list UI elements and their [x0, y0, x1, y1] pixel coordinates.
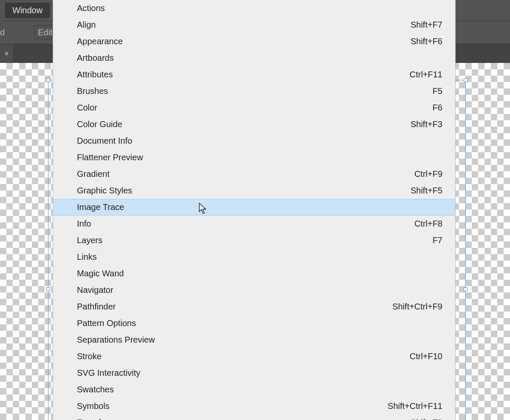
menu-item-links[interactable]: Links	[53, 249, 455, 265]
menu-item-shortcut: F7	[433, 236, 442, 245]
menu-item-label: Image Trace	[77, 202, 124, 212]
menu-item-stroke[interactable]: StrokeCtrl+F10	[53, 348, 455, 365]
menu-item-label: Swatches	[77, 385, 114, 394]
menu-item-gradient[interactable]: GradientCtrl+F9	[53, 166, 455, 182]
menu-item-shortcut: Shift+F6	[411, 37, 442, 46]
menu-item-image-trace[interactable]: Image Trace	[53, 199, 455, 216]
menu-item-label: Stroke	[77, 352, 102, 361]
menu-item-label: Actions	[77, 3, 105, 13]
menu-item-shortcut: Ctrl+F8	[414, 219, 442, 229]
menu-item-magic-wand[interactable]: Magic Wand	[53, 265, 455, 282]
options-bar-left-fragment: d	[0, 28, 5, 37]
menu-item-artboards[interactable]: Artboards	[53, 50, 455, 66]
menu-item-label: Magic Wand	[77, 269, 124, 278]
menu-item-shortcut: Shift+F8	[411, 418, 442, 420]
menu-item-label: Color Guide	[77, 119, 122, 129]
menu-item-svg-interactivity[interactable]: SVG Interactivity	[53, 365, 455, 381]
menu-item-pattern-options[interactable]: Pattern Options	[53, 315, 455, 332]
menu-item-shortcut: Shift+Ctrl+F11	[388, 401, 442, 411]
menu-item-label: Align	[77, 20, 96, 30]
selection-handle-tr[interactable]	[464, 78, 468, 82]
menu-item-navigator[interactable]: Navigator	[53, 282, 455, 298]
menu-item-label: Layers	[77, 236, 102, 245]
menu-item-label: Flattener Preview	[77, 153, 143, 162]
menu-item-separations-preview[interactable]: Separations Preview	[53, 332, 455, 348]
menu-item-shortcut: Ctrl+F11	[410, 70, 442, 79]
close-icon: ×	[4, 49, 9, 58]
menu-item-label: Artboards	[77, 53, 114, 63]
menu-item-info[interactable]: InfoCtrl+F8	[53, 216, 455, 232]
menu-item-label: Attributes	[77, 70, 113, 79]
menu-item-label: Pathfinder	[77, 302, 116, 312]
menu-item-label: Links	[77, 252, 97, 262]
menu-item-shortcut: F6	[433, 103, 442, 113]
menu-item-label: Brushes	[77, 86, 108, 96]
menu-item-label: SVG Interactivity	[77, 368, 140, 378]
menu-item-align[interactable]: AlignShift+F7	[53, 17, 455, 33]
selection-handle-tl[interactable]	[46, 78, 50, 82]
menu-item-label: Transform	[77, 418, 115, 420]
menu-item-actions[interactable]: Actions	[53, 0, 455, 17]
menu-item-graphic-styles[interactable]: Graphic StylesShift+F5	[53, 182, 455, 199]
menu-item-shortcut: Ctrl+F9	[414, 169, 442, 179]
menu-item-shortcut: F5	[433, 86, 442, 96]
menu-item-brushes[interactable]: BrushesF5	[53, 83, 455, 99]
menu-item-color[interactable]: ColorF6	[53, 99, 455, 116]
menu-item-flattener-preview[interactable]: Flattener Preview	[53, 149, 455, 166]
menu-item-shortcut: Shift+Ctrl+F9	[392, 302, 442, 312]
menu-item-appearance[interactable]: AppearanceShift+F6	[53, 33, 455, 50]
window-menu-dropdown: ActionsAlignShift+F7AppearanceShift+F6Ar…	[53, 0, 456, 420]
menu-item-shortcut: Ctrl+F10	[410, 352, 442, 361]
window-menu-button[interactable]: Window	[5, 3, 50, 18]
selection-edge-right	[465, 80, 466, 420]
menu-item-label: Info	[77, 219, 91, 229]
menu-item-shortcut: Shift+F3	[411, 119, 442, 129]
window-menu-label: Window	[12, 6, 42, 15]
menu-item-label: Appearance	[77, 37, 123, 46]
menu-item-color-guide[interactable]: Color GuideShift+F3	[53, 116, 455, 133]
selection-handle-mr[interactable]	[464, 287, 468, 291]
menu-item-shortcut: Shift+F7	[411, 20, 442, 30]
menu-item-label: Color	[77, 103, 97, 113]
menu-item-label: Separations Preview	[77, 335, 155, 345]
menu-item-transform[interactable]: TransformShift+F8	[53, 414, 455, 420]
document-tab-close[interactable]: ×	[0, 44, 14, 63]
menu-item-pathfinder[interactable]: PathfinderShift+Ctrl+F9	[53, 298, 455, 315]
menu-item-label: Graphic Styles	[77, 186, 132, 196]
menu-item-label: Symbols	[77, 401, 110, 411]
menu-item-layers[interactable]: LayersF7	[53, 232, 455, 249]
menu-item-document-info[interactable]: Document Info	[53, 133, 455, 149]
menu-item-label: Document Info	[77, 136, 132, 146]
selection-edge-left	[48, 80, 48, 420]
selection-handle-ml[interactable]	[46, 287, 50, 291]
menu-item-shortcut: Shift+F5	[411, 186, 442, 196]
menu-item-label: Pattern Options	[77, 318, 136, 328]
menu-item-label: Gradient	[77, 169, 110, 179]
menu-item-symbols[interactable]: SymbolsShift+Ctrl+F11	[53, 398, 455, 414]
menu-item-swatches[interactable]: Swatches	[53, 381, 455, 398]
menu-item-label: Navigator	[77, 285, 113, 295]
menu-item-attributes[interactable]: AttributesCtrl+F11	[53, 66, 455, 83]
